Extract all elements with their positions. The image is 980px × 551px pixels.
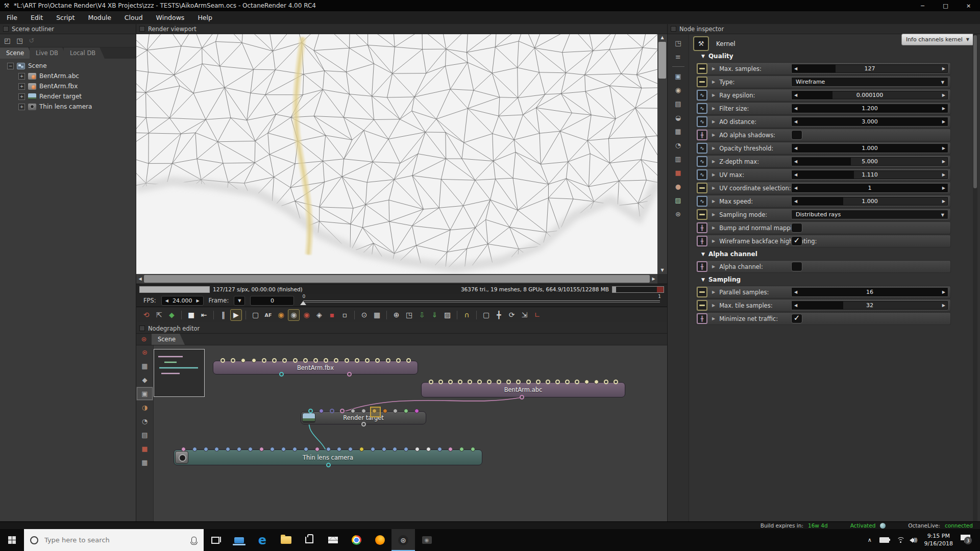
param-expander-icon[interactable]: ▶ [712, 303, 715, 308]
node-pin[interactable] [355, 358, 359, 363]
white-marker-icon[interactable]: ▫ [339, 309, 351, 321]
slider-decrement-icon[interactable]: ◀ [794, 288, 797, 296]
node-pin[interactable] [372, 409, 377, 413]
node-pin[interactable] [604, 380, 608, 384]
expand-panels-icon[interactable]: ≡ [668, 50, 689, 64]
slider-decrement-icon[interactable]: ◀ [794, 184, 797, 192]
slider-increment-icon[interactable]: ▶ [942, 117, 945, 126]
param-expander-icon[interactable]: ▶ [712, 93, 715, 97]
param-expander-icon[interactable]: ▶ [712, 80, 715, 84]
param-value[interactable]: 1.000 [792, 144, 948, 153]
tree-expander-icon[interactable]: − [7, 63, 14, 69]
slider-increment-icon[interactable]: ▶ [942, 170, 945, 179]
chrome-icon[interactable] [345, 529, 368, 551]
expand-tree-icon[interactable]: ◳ [16, 37, 22, 44]
focus-pick-icon[interactable]: ◉ [301, 309, 312, 321]
node-pin[interactable] [361, 409, 366, 413]
layers-category-icon[interactable]: ▦ [668, 124, 689, 138]
timeline-playhead[interactable] [300, 301, 306, 305]
param-expander-icon[interactable]: ▶ [712, 212, 715, 217]
section-collapse-icon[interactable]: ▼ [701, 277, 705, 282]
param-expander-icon[interactable]: ▶ [712, 172, 715, 177]
node-pin[interactable] [536, 380, 541, 384]
node-pin[interactable] [252, 358, 256, 363]
param-expander-icon[interactable]: ▶ [712, 66, 715, 71]
save-passes-icon[interactable]: ⇓ [429, 309, 440, 321]
param-value[interactable]: 1.200 [792, 104, 948, 113]
param-slider[interactable]: ◀▶1.000 [791, 196, 948, 206]
node-pin[interactable] [181, 447, 186, 452]
node-pin[interactable] [293, 358, 298, 363]
nodegraph-canvas[interactable]: ⊛▦◆▣◑◔▤■▦ BentArm.fbxBentArm.abcRender t… [136, 345, 667, 522]
param-expander-icon[interactable]: ▶ [712, 290, 715, 294]
performance-icon[interactable]: ⊕ [390, 309, 402, 321]
node-pin[interactable] [359, 447, 364, 452]
fit-graph-icon[interactable]: ⊛ [136, 345, 153, 359]
node-pin[interactable] [471, 447, 475, 452]
param-expander-icon[interactable]: ▶ [712, 146, 715, 151]
tree-expander-icon[interactable]: + [18, 83, 25, 90]
node-pin[interactable] [437, 447, 442, 452]
render-passes-icon[interactable]: ▨ [442, 309, 453, 321]
node-pin[interactable] [383, 409, 387, 413]
pause-render-icon[interactable]: ‖ [217, 309, 229, 321]
section-header-quality[interactable]: ▼Quality [696, 51, 951, 61]
search-input[interactable] [43, 536, 186, 544]
tree-item-bentarm-abc[interactable]: +BentArm.abc [0, 71, 136, 81]
menu-module[interactable]: Module [81, 11, 117, 24]
red-marker-icon[interactable]: ▪ [326, 309, 338, 321]
param-expander-icon[interactable]: ▶ [712, 159, 715, 164]
animation-category-icon[interactable]: ▥ [668, 152, 689, 166]
tree-item-label[interactable]: Render target [39, 93, 82, 100]
tree-item-label[interactable]: BentArm.abc [39, 72, 79, 80]
task-view-icon[interactable] [204, 529, 227, 551]
recenter-icon[interactable]: ⟲ [140, 309, 152, 321]
render-viewport[interactable] [136, 34, 657, 274]
param-value[interactable]: Wireframe [796, 78, 825, 86]
node-pin[interactable] [371, 447, 375, 452]
zoom-region-icon[interactable]: ⊙ [358, 309, 370, 321]
node-pin[interactable] [237, 447, 241, 452]
film-category-icon[interactable]: ▤ [668, 97, 689, 111]
param-slider[interactable]: ◀▶1 [791, 183, 948, 193]
node-pin[interactable] [308, 409, 313, 413]
node-bentarm-abc[interactable]: BentArm.abc [421, 382, 625, 397]
tab-local-db[interactable]: Local DB [64, 47, 105, 59]
node-pin[interactable] [565, 380, 570, 384]
nodegraph-minimap[interactable] [154, 349, 205, 397]
collapse-tree-icon[interactable]: ◰ [4, 37, 10, 44]
pan-camera-icon[interactable]: ╋ [493, 309, 505, 321]
slider-increment-icon[interactable]: ▶ [942, 104, 945, 113]
edge-icon[interactable]: e [251, 529, 274, 551]
node-pin[interactable] [220, 358, 225, 363]
param-value[interactable]: 3.000 [792, 117, 948, 126]
node-pin[interactable] [303, 358, 308, 363]
wifi-icon[interactable] [897, 537, 905, 543]
scroll-down-icon[interactable]: ▼ [657, 267, 667, 274]
node-pin[interactable] [526, 380, 531, 384]
param-checkbox[interactable] [791, 262, 802, 271]
section-header-alpha-channel[interactable]: ▼Alpha channel [696, 249, 951, 259]
material-nodes-icon[interactable]: ◑ [136, 400, 153, 414]
node-pin[interactable] [313, 358, 318, 363]
param-value[interactable]: 32 [792, 301, 948, 310]
menu-edit[interactable]: Edit [24, 11, 50, 24]
param-checkbox[interactable]: ✓ [791, 314, 802, 323]
node-pin[interactable] [614, 380, 618, 384]
param-slider[interactable]: ◀▶32 [791, 300, 948, 310]
param-slider[interactable]: ◀▶127 [791, 64, 948, 73]
node-pin[interactable] [304, 447, 308, 452]
node-pin[interactable] [319, 409, 324, 413]
node-pin[interactable] [382, 447, 386, 452]
param-value[interactable]: 0.000100 [792, 91, 948, 99]
menu-windows[interactable]: Windows [150, 11, 191, 24]
tree-item-label[interactable]: Scene [28, 62, 47, 69]
node-pin[interactable] [315, 447, 320, 452]
node-pin[interactable] [279, 372, 284, 377]
tree-item-scene[interactable]: −Scene [0, 61, 136, 71]
firefox-icon[interactable] [368, 529, 391, 551]
slider-increment-icon[interactable]: ▶ [942, 301, 945, 310]
node-pin[interactable] [192, 447, 197, 452]
object-pick-icon[interactable]: ◈ [313, 309, 325, 321]
timeline-slider[interactable]: 0 1 [299, 294, 661, 307]
